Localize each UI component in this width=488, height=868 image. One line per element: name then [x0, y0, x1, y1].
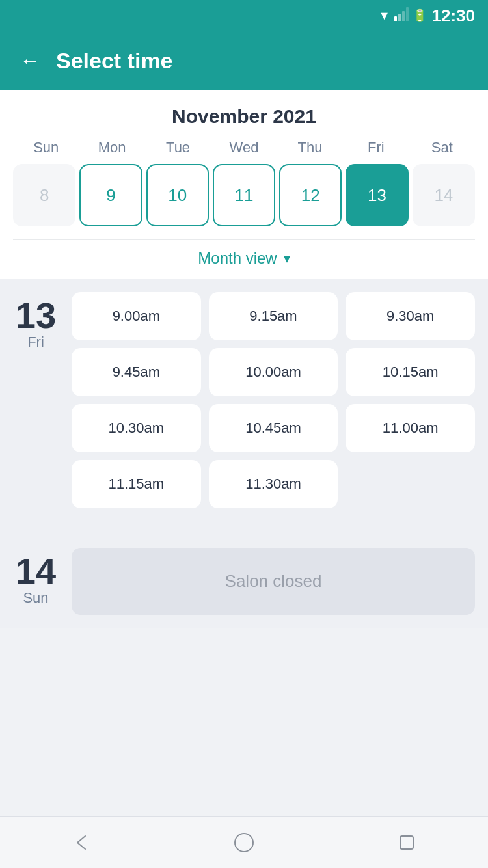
day-12[interactable]: 12 — [279, 164, 342, 226]
wifi-icon: ▼ — [379, 9, 390, 23]
day-10[interactable]: 10 — [146, 164, 209, 226]
day-8: 8 — [13, 164, 75, 226]
recents-nav-icon — [395, 831, 418, 854]
svg-point-4 — [235, 834, 253, 852]
time-slot-900am[interactable]: 9.00am — [72, 292, 201, 340]
time-slot-1015am[interactable]: 10.15am — [346, 348, 475, 396]
day-13-name: Fri — [27, 334, 44, 351]
svg-rect-1 — [398, 14, 401, 21]
chevron-down-icon: ▾ — [284, 251, 290, 266]
day-13-label: 13 Fri — [13, 292, 59, 508]
svg-rect-5 — [400, 836, 413, 849]
time-slot-1030am[interactable]: 10.30am — [72, 404, 201, 452]
status-bar: ▼ 🔋 12:30 — [0, 0, 488, 31]
weekday-fri: Fri — [343, 139, 409, 156]
header: ← Select time — [0, 31, 488, 90]
time-slot-915am[interactable]: 9.15am — [209, 292, 338, 340]
nav-recents-button[interactable] — [392, 828, 421, 857]
home-nav-icon — [232, 831, 256, 854]
section-divider — [13, 528, 475, 528]
day-14: 14 — [413, 164, 475, 226]
back-nav-icon — [70, 831, 93, 854]
day-14-label: 14 Sun — [13, 548, 59, 615]
weekday-mon: Mon — [79, 139, 144, 156]
battery-icon: 🔋 — [413, 8, 427, 23]
page-title: Select time — [56, 48, 173, 74]
day-9[interactable]: 9 — [79, 164, 142, 226]
time-slot-1130am[interactable]: 11.30am — [209, 460, 338, 508]
time-slot-1115am[interactable]: 11.15am — [72, 460, 201, 508]
month-view-label: Month view — [198, 249, 277, 267]
day-14-name: Sun — [23, 590, 48, 606]
day-11[interactable]: 11 — [213, 164, 275, 226]
bottom-navigation — [0, 816, 488, 868]
day-13-block: 13 Fri 9.00am 9.15am 9.30am 9.45am 10.00… — [13, 292, 475, 508]
day-14-block: 14 Sun Salon closed — [13, 548, 475, 615]
weekday-sat: Sat — [409, 139, 475, 156]
calendar-section: November 2021 Sun Mon Tue Wed Thu Fri Sa… — [0, 90, 488, 279]
time-slot-1000am[interactable]: 10.00am — [209, 348, 338, 396]
weekday-sun: Sun — [13, 139, 79, 156]
back-button[interactable]: ← — [20, 50, 40, 71]
weekdays-row: Sun Mon Tue Wed Thu Fri Sat — [13, 139, 475, 156]
day-13-number: 13 — [16, 297, 56, 334]
time-section: 13 Fri 9.00am 9.15am 9.30am 9.45am 10.00… — [0, 279, 488, 628]
time-slot-930am[interactable]: 9.30am — [346, 292, 475, 340]
status-time: 12:30 — [432, 6, 476, 26]
weekday-wed: Wed — [211, 139, 277, 156]
weekday-tue: Tue — [145, 139, 211, 156]
time-slot-1045am[interactable]: 10.45am — [209, 404, 338, 452]
svg-rect-2 — [402, 11, 405, 21]
time-slot-1100am[interactable]: 11.00am — [346, 404, 475, 452]
day-14-number: 14 — [16, 553, 56, 590]
svg-rect-0 — [394, 16, 397, 21]
signal-icon — [394, 7, 409, 25]
day-13-time-slots: 9.00am 9.15am 9.30am 9.45am 10.00am 10.1… — [72, 292, 475, 508]
time-slot-945am[interactable]: 9.45am — [72, 348, 201, 396]
nav-back-button[interactable] — [67, 828, 96, 857]
salon-closed-area: Salon closed — [72, 548, 475, 615]
salon-closed-text: Salon closed — [225, 571, 322, 591]
month-view-toggle[interactable]: Month view ▾ — [13, 239, 475, 279]
weekday-thu: Thu — [277, 139, 343, 156]
status-icons: ▼ 🔋 — [379, 7, 427, 25]
day-13[interactable]: 13 — [346, 164, 408, 226]
nav-home-button[interactable] — [230, 828, 258, 857]
month-year-label: November 2021 — [13, 105, 475, 128]
calendar-days: 8 9 10 11 12 13 14 — [13, 164, 475, 226]
svg-rect-3 — [406, 7, 409, 21]
